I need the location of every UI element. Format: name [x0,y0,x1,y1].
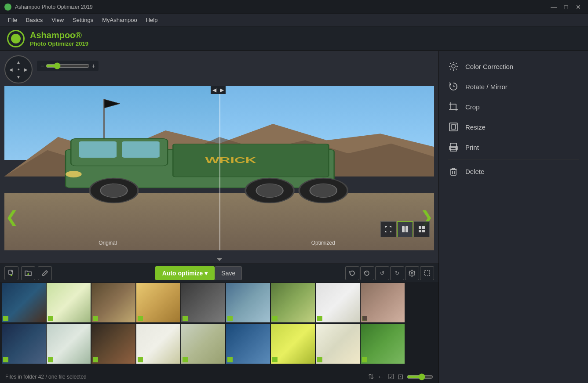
split-arrows: ◀ ▶ [211,86,226,94]
thumb-checkbox[interactable] [272,357,278,362]
save-button[interactable]: Save [215,266,242,280]
thumb-item[interactable] [136,283,180,322]
split-view-button[interactable] [397,221,413,237]
expand-bar[interactable] [0,255,438,264]
auto-optimize-group: Auto optimize ▾ Save [155,266,242,280]
menu-view[interactable]: View [47,15,68,25]
thumb-checkbox[interactable] [3,357,8,362]
menu-file[interactable]: File [4,15,22,25]
thumb-item[interactable] [91,283,135,322]
thumb-checkbox[interactable] [227,357,233,362]
split-right-arrow[interactable]: ▶ [218,86,226,94]
thumb-item[interactable] [316,324,360,364]
auto-optimize-button[interactable]: Auto optimize ▾ [155,266,215,280]
menu-help[interactable]: Help [142,15,162,25]
minimize-button[interactable]: — [548,2,559,12]
menu-basics[interactable]: Basics [22,15,47,25]
tool-resize[interactable]: Resize [439,117,588,137]
thumb-item[interactable] [181,324,225,364]
pan-left-button[interactable]: ◀ [7,66,15,73]
thumb-item[interactable] [316,283,360,322]
thumb-checkbox[interactable] [227,316,233,321]
svg-rect-52 [451,170,456,175]
tool-delete[interactable]: Delete [439,161,588,181]
maximize-button[interactable]: □ [561,2,571,12]
thumb-checkbox[interactable] [183,357,188,362]
thumb-checkbox[interactable] [362,316,367,321]
close-button[interactable]: ✕ [573,2,584,12]
crop-label: Crop [465,103,480,111]
main-area: ▲ ◀ ✦ ▶ ▼ − + ❮ ❯ [0,51,588,383]
sun-icon [448,61,459,72]
thumb-checkbox[interactable] [317,316,322,321]
thumb-checkbox[interactable] [48,316,53,321]
thumb-item[interactable] [226,283,270,322]
edit-button[interactable] [38,266,52,280]
thumb-item[interactable] [47,283,91,322]
pan-down-button[interactable]: ▼ [15,73,22,80]
zoom-minus[interactable]: − [40,62,44,69]
undo-all-button[interactable] [360,266,374,280]
pan-up-button[interactable]: ▲ [15,58,22,65]
thumb-item[interactable] [2,283,46,322]
thumb-item[interactable] [2,324,46,364]
svg-marker-2 [104,99,120,108]
thumb-checkbox[interactable] [48,357,53,362]
thumb-checkbox[interactable] [272,316,278,321]
zoom-slider[interactable] [46,62,90,69]
thumb-checkbox[interactable] [93,357,98,362]
svg-rect-5 [79,141,117,158]
sort-icon[interactable]: ⇅ [368,372,374,381]
split-line[interactable] [219,86,220,250]
thumb-checkbox[interactable] [93,316,98,321]
settings-button[interactable] [405,266,419,280]
svg-point-9 [101,184,128,198]
prev-image-button[interactable]: ❮ [2,204,22,230]
rotate-right-button[interactable]: ↻ [390,266,404,280]
thumb-checkbox[interactable] [183,316,188,321]
thumb-item[interactable] [136,324,180,364]
tool-print[interactable]: Print [439,137,588,157]
tool-color-correction[interactable]: Color Correction [439,56,588,76]
thumb-checkbox[interactable] [317,357,322,362]
rotate-left-button[interactable]: ↺ [375,266,389,280]
thumb-item[interactable] [361,283,405,322]
optimized-label: Optimized [311,240,335,246]
open-folder-button[interactable] [21,266,35,280]
undo-button[interactable] [345,266,359,280]
pan-right-button[interactable]: ▶ [22,66,29,73]
thumb-checkbox[interactable] [138,316,143,321]
check-icon[interactable]: ☑ [388,372,394,381]
thumb-checkbox[interactable] [362,357,367,362]
thumb-size-slider[interactable] [407,373,433,380]
svg-rect-18 [419,226,421,229]
thumb-item[interactable] [271,324,315,364]
logobar: Ashampoo® Photo Optimizer 2019 [0,26,588,51]
tool-rotate-mirror[interactable]: Rotate / Mirror [439,76,588,97]
fullscreen-button[interactable] [380,221,396,237]
thumb-checkbox[interactable] [3,316,8,321]
pan-center-button[interactable]: ✦ [15,66,22,73]
menu-myashampoo[interactable]: MyAshampoo [98,15,141,25]
thumb-item[interactable] [91,324,135,364]
tool-crop[interactable]: Crop [439,97,588,117]
svg-point-11 [256,184,283,198]
grid-view-button[interactable] [414,221,430,237]
split-left-arrow[interactable]: ◀ [211,86,218,94]
select-button[interactable] [420,266,434,280]
pan-control[interactable]: ▲ ◀ ✦ ▶ ▼ [4,55,33,83]
svg-line-36 [456,63,457,64]
thumb-item[interactable] [47,324,91,364]
zoom-bar: − + [37,61,99,71]
action-buttons: ↺ ↻ [345,266,434,280]
thumb-checkbox[interactable] [138,357,143,362]
thumb-item[interactable] [181,283,225,322]
menu-settings[interactable]: Settings [68,15,98,25]
thumb-item[interactable] [361,324,405,364]
new-file-button[interactable] [4,266,18,280]
thumb-item[interactable] [271,283,315,322]
back-icon[interactable]: ← [377,373,384,381]
zoom-plus[interactable]: + [91,62,95,69]
list-icon[interactable]: ⊡ [398,372,403,381]
thumb-item[interactable] [226,324,270,364]
